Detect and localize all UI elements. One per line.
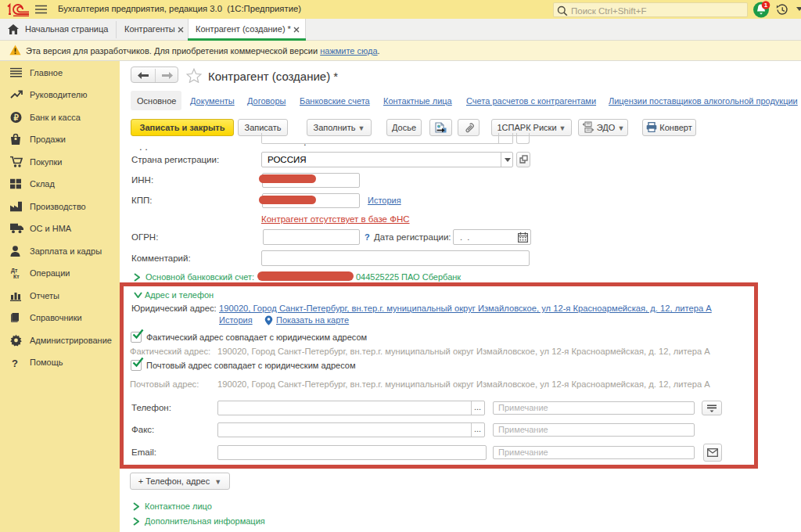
svg-text:Дт: Дт [11, 268, 18, 274]
svg-text:₽: ₽ [14, 113, 20, 122]
svg-text:?: ? [12, 358, 18, 368]
svg-text:1: 1 [764, 2, 768, 9]
svg-text:Кт: Кт [13, 274, 20, 279]
